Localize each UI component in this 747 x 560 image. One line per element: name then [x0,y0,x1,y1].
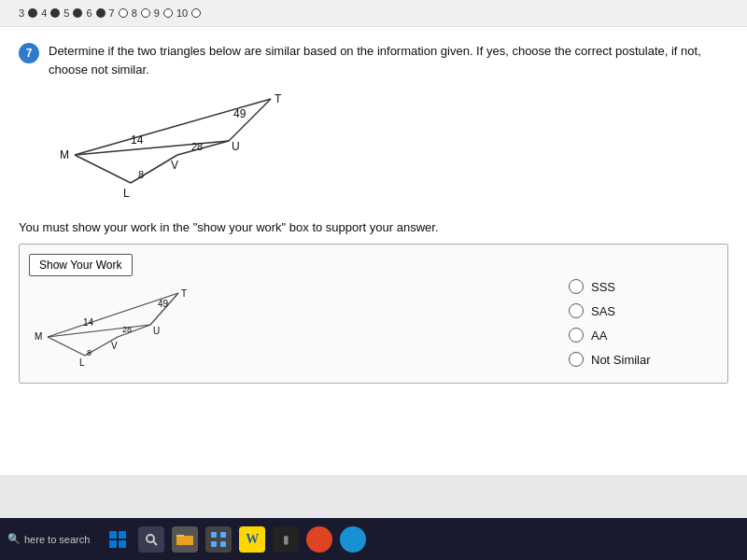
taskbar-icons: W ▮ [105,526,366,553]
search-icon: 🔍 [7,533,21,545]
progress-dot-9 [163,8,173,18]
svg-text:T: T [275,92,282,105]
svg-rect-39 [211,541,217,547]
svg-text:U: U [153,326,160,336]
search-text: here to search [24,534,90,545]
svg-text:49: 49 [233,107,247,120]
work-box: Show Your Work M L V U T 14 [19,244,728,384]
svg-text:28: 28 [122,325,132,334]
svg-text:8: 8 [138,169,144,180]
svg-text:8: 8 [87,348,92,357]
svg-text:14: 14 [83,317,94,328]
svg-rect-31 [119,531,126,539]
progress-numbers: 3 4 5 6 7 8 9 10 [19,7,201,19]
svg-rect-32 [109,540,117,548]
taskbar-blue-icon[interactable] [340,526,366,553]
progress-dot-3 [28,8,37,18]
radio-sss[interactable] [569,279,584,294]
svg-text:U: U [232,140,240,153]
question-text: Determine if the two triangles below are… [49,42,728,78]
triangle-diagram: M L V U T 14 8 28 49 [47,90,728,211]
radio-aa[interactable] [569,328,584,343]
taskbar-word-icon[interactable]: W [239,526,265,553]
taskbar-terminal-icon[interactable]: ▮ [273,526,299,553]
progress-dot-6 [96,8,106,18]
question-number: 7 [19,43,39,63]
taskbar-windows-icon[interactable] [105,526,131,553]
svg-rect-40 [220,541,226,547]
taskbar-apps-icon[interactable] [205,526,232,553]
svg-rect-37 [211,532,217,538]
taskbar-search[interactable]: 🔍 here to search [7,533,90,545]
answer-option-aa[interactable]: AA [569,328,699,343]
answer-option-sas[interactable]: SAS [569,303,699,318]
svg-text:T: T [181,288,187,299]
radio-not-similar[interactable] [569,352,584,367]
show-work-button[interactable]: Show Your Work [29,254,133,276]
svg-text:M: M [60,148,69,161]
svg-text:L: L [79,357,85,368]
svg-rect-36 [176,535,184,537]
small-triangle-svg: M L V U T 14 8 28 49 [29,286,216,370]
svg-text:28: 28 [191,141,203,152]
instruction-text: You must show your work in the "show you… [19,220,728,234]
svg-line-17 [48,337,85,356]
radio-sas[interactable] [569,303,584,318]
progress-bar: 3 4 5 6 7 8 9 10 [0,0,747,27]
answer-option-sss[interactable]: SSS [569,279,699,294]
taskbar: 🔍 here to search W ▮ [0,518,747,560]
answer-option-not-similar[interactable]: Not Similar [569,352,699,367]
progress-dot-7 [119,8,128,18]
progress-dot-4 [50,8,60,18]
svg-rect-38 [220,532,226,538]
svg-rect-33 [119,540,126,548]
svg-point-34 [147,535,154,542]
svg-text:V: V [171,159,178,172]
progress-dot-8 [141,8,150,18]
progress-dot-10 [191,8,201,18]
progress-dot-5 [73,8,82,18]
svg-text:49: 49 [158,299,169,309]
svg-text:M: M [35,331,42,342]
label-not-similar: Not Similar [591,353,651,367]
question-header: 7 Determine if the two triangles below a… [19,42,728,78]
small-triangle: M L V U T 14 8 28 49 [29,286,550,370]
svg-text:V: V [111,341,118,351]
work-left: Show Your Work M L V U T 14 [29,254,550,373]
svg-line-35 [153,541,157,545]
taskbar-search-icon[interactable] [138,526,164,553]
label-sss: SSS [591,280,615,294]
label-aa: AA [591,329,607,343]
svg-text:14: 14 [131,133,144,147]
answer-choices: SSS SAS AA Not Similar [569,254,718,373]
label-sas: SAS [591,304,615,318]
svg-rect-30 [109,531,117,539]
main-content: 7 Determine if the two triangles below a… [0,27,747,475]
taskbar-folder-icon[interactable] [172,526,198,553]
svg-line-2 [75,155,131,183]
triangle-svg: M L V U T 14 8 28 49 [47,90,327,211]
svg-text:L: L [123,187,130,200]
taskbar-circle-icon[interactable] [306,526,332,553]
